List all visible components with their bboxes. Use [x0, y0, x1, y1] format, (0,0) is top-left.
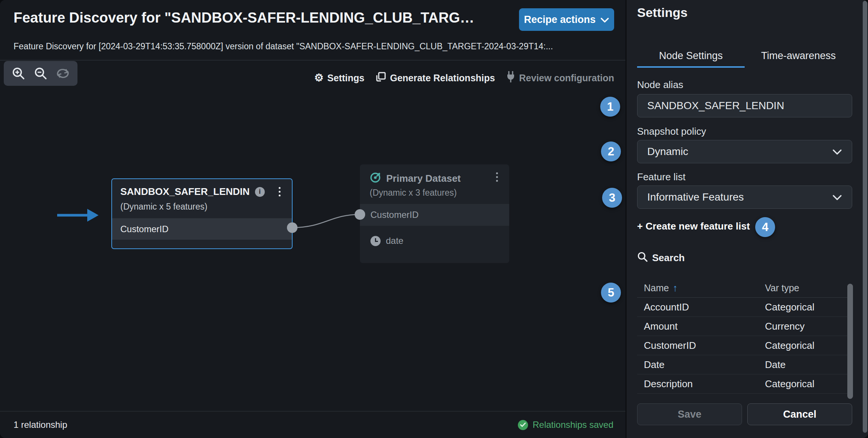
feature-table-scrollbar[interactable] — [847, 284, 853, 399]
feature-name: Date — [637, 359, 765, 371]
recipe-actions-button[interactable]: Recipe actions — [519, 8, 614, 31]
node-header: Primary Dataset — [370, 172, 461, 185]
feature-list-value: Informative Features — [647, 191, 744, 203]
feature-table: Name ↑ Var type AccountID Categorical Am… — [637, 278, 848, 394]
generate-relationships-label: Generate Relationships — [390, 73, 495, 84]
snapshot-policy-select[interactable]: Dynamic — [637, 140, 852, 163]
tab-node-settings[interactable]: Node Settings — [637, 45, 745, 68]
feature-var-type: Categorical — [765, 340, 848, 351]
graph-pane: Feature Discovery for "SANDBOX-SAFER-LEN… — [0, 0, 625, 438]
node-alias-label: Node alias — [637, 79, 683, 91]
page-header: Feature Discovery for "SANDBOX-SAFER-LEN… — [0, 0, 625, 61]
search-label: Search — [652, 252, 685, 264]
annotation-arrow-icon — [57, 209, 99, 222]
feature-table-header: Name ↑ Var type — [637, 278, 848, 298]
recipe-actions-label: Recipe actions — [524, 14, 596, 26]
table-row[interactable]: CustomerID Categorical — [637, 336, 848, 355]
feature-name: Amount — [637, 321, 765, 332]
kebab-menu-icon[interactable] — [492, 170, 502, 183]
check-circle-icon — [518, 420, 528, 430]
node-title: Primary Dataset — [386, 173, 461, 184]
feature-name: Description — [637, 378, 765, 390]
snapshot-policy-value: Dynamic — [647, 146, 688, 158]
annotation-badge-3: 3 — [602, 188, 622, 208]
generate-relationships-button[interactable]: Generate Relationships — [376, 71, 495, 84]
settings-toolbar-label: Settings — [327, 73, 364, 84]
node-subtitle: (Dynamic x 5 features) — [120, 202, 207, 212]
settings-toolbar-button[interactable]: ⚙ Settings — [314, 73, 364, 84]
feature-name: CustomerID — [637, 340, 765, 351]
cancel-button[interactable]: Cancel — [747, 403, 852, 425]
node-title: SANDBOX_SAFER_LENDIN — [120, 186, 250, 198]
create-feature-list-link[interactable]: + Create new feature list — [637, 221, 750, 232]
generate-relationships-icon — [376, 71, 386, 84]
info-icon[interactable]: i — [255, 187, 265, 197]
feature-var-type: Date — [765, 359, 848, 371]
primary-dataset-node[interactable]: Primary Dataset (Dynamic x 3 features) C… — [360, 164, 509, 263]
feature-var-type: Categorical — [765, 378, 848, 390]
zoom-in-icon[interactable] — [10, 65, 27, 82]
chevron-down-icon — [600, 14, 609, 26]
kebab-menu-icon[interactable] — [275, 185, 284, 198]
page-subtitle: Feature Discovery for [2024-03-29T14:53:… — [14, 41, 615, 52]
review-configuration-label: Review configuration — [519, 73, 614, 84]
feature-label: date — [386, 236, 404, 246]
relationships-saved-status: Relationships saved — [518, 420, 613, 430]
node-feature-row-date[interactable]: date — [360, 231, 509, 251]
node-feature-row-customerid[interactable]: CustomerID — [360, 204, 509, 226]
feature-var-type: Currency — [765, 321, 848, 332]
table-row[interactable]: Amount Currency — [637, 317, 848, 336]
column-header-var-type[interactable]: Var type — [765, 283, 848, 294]
feature-discovery-window: Feature Discovery for "SANDBOX-SAFER-LEN… — [0, 0, 868, 438]
plug-icon — [506, 71, 515, 85]
zoom-controls — [4, 61, 77, 86]
table-row[interactable]: Description Categorical — [637, 374, 848, 394]
chevron-down-icon — [832, 191, 842, 203]
chevron-down-icon — [832, 146, 842, 158]
zoom-out-icon[interactable] — [32, 65, 49, 82]
annotation-badge-1: 1 — [600, 97, 620, 117]
settings-tabs: Node Settings Time-awareness — [637, 45, 852, 68]
feature-name: AccountID — [637, 301, 765, 313]
sort-ascending-icon: ↑ — [673, 282, 678, 294]
panel-buttons: Save Cancel — [637, 403, 852, 425]
node-alias-input[interactable]: SANDBOX_SAFER_LENDIN — [637, 94, 852, 117]
relationship-edge-layer — [0, 0, 625, 438]
relationships-saved-label: Relationships saved — [533, 420, 613, 430]
annotation-badge-5: 5 — [601, 283, 621, 303]
save-button[interactable]: Save — [637, 403, 742, 425]
node-alias-value: SANDBOX_SAFER_LENDIN — [647, 100, 784, 112]
page-title: Feature Discovery for "SANDBOX-SAFER-LEN… — [14, 10, 502, 26]
clock-icon — [370, 236, 381, 246]
settings-panel-title: Settings — [637, 5, 687, 20]
name-column-label: Name — [644, 283, 669, 294]
table-row[interactable]: Date Date — [637, 355, 848, 374]
annotation-badge-2: 2 — [601, 141, 621, 161]
dataset-node-sandbox-safer-lendin[interactable]: SANDBOX_SAFER_LENDIN i (Dynamic x 5 feat… — [111, 178, 293, 249]
fit-view-icon[interactable] — [54, 65, 71, 82]
node-header: SANDBOX_SAFER_LENDIN i — [120, 186, 265, 198]
review-configuration-button[interactable]: Review configuration — [506, 71, 614, 85]
annotation-badge-4: 4 — [755, 217, 775, 237]
node-subtitle: (Dynamic x 3 features) — [370, 188, 457, 198]
canvas-status-bar: 1 relationship Relationships saved — [0, 411, 625, 438]
feature-list-label: Feature list — [637, 171, 686, 183]
settings-panel: Settings Node Settings Time-awareness No… — [627, 0, 868, 438]
search-toggle[interactable]: Search — [637, 251, 685, 265]
tab-time-awareness[interactable]: Time-awareness — [745, 45, 852, 68]
relationship-count: 1 relationship — [14, 420, 67, 430]
table-row[interactable]: AccountID Categorical — [637, 298, 848, 317]
feature-list-select[interactable]: Informative Features — [637, 186, 852, 209]
feature-var-type: Categorical — [765, 301, 848, 313]
canvas-toolbar: ⚙ Settings Generate Relationships Review… — [314, 70, 614, 86]
target-icon — [370, 172, 381, 185]
settings-panel-scrollbar[interactable] — [863, 1, 867, 433]
search-icon — [637, 251, 648, 265]
gear-icon: ⚙ — [314, 73, 323, 83]
node-feature-row-customerid[interactable]: CustomerID — [112, 218, 292, 240]
column-header-name[interactable]: Name ↑ — [637, 282, 765, 294]
snapshot-policy-label: Snapshot policy — [637, 126, 706, 137]
